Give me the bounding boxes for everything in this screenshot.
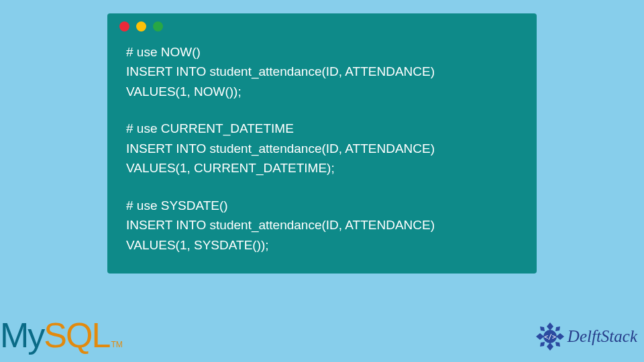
code-body: # use NOW() INSERT INTO student_attendan… [107,37,537,261]
svg-marker-2 [536,333,544,340]
svg-marker-6 [540,342,545,347]
mysql-logo-sql: SQL [44,315,109,355]
svg-marker-4 [540,326,545,331]
svg-marker-5 [555,326,560,331]
code-block: # use CURRENT_DATETIME INSERT INTO stude… [126,119,518,178]
svg-marker-7 [555,342,560,347]
window-title-bar [107,13,537,37]
mysql-logo-my: My [0,315,44,355]
code-line: INSERT INTO student_attendance(ID, ATTEN… [126,139,518,158]
svg-marker-0 [547,322,553,330]
mysql-logo: MySQLTM [0,315,123,355]
maximize-dot-icon [153,21,163,32]
close-dot-icon [119,21,129,32]
code-block: # use SYSDATE() INSERT INTO student_atte… [126,196,518,255]
code-window: # use NOW() INSERT INTO student_attendan… [107,13,537,274]
code-line: INSERT INTO student_attendance(ID, ATTEN… [126,62,518,81]
mysql-logo-tm: TM [111,340,122,349]
code-line: VALUES(1, CURRENT_DATETIME); [126,158,518,178]
svg-marker-1 [547,343,553,351]
code-line: INSERT INTO student_attendance(ID, ATTEN… [126,215,518,235]
delftstack-logo-text: DelftStack [568,327,637,346]
svg-text:</>: </> [544,333,556,341]
minimize-dot-icon [136,21,146,32]
code-line: # use NOW() [126,42,518,62]
delftstack-logo: </> DelftStack [535,322,637,351]
code-line: # use SYSDATE() [126,196,518,215]
svg-marker-3 [556,333,564,340]
code-line: VALUES(1, SYSDATE()); [126,235,518,255]
code-line: # use CURRENT_DATETIME [126,119,518,138]
code-block: # use NOW() INSERT INTO student_attendan… [126,42,518,101]
code-line: VALUES(1, NOW()); [126,82,518,101]
delftstack-emblem-icon: </> [535,322,565,351]
